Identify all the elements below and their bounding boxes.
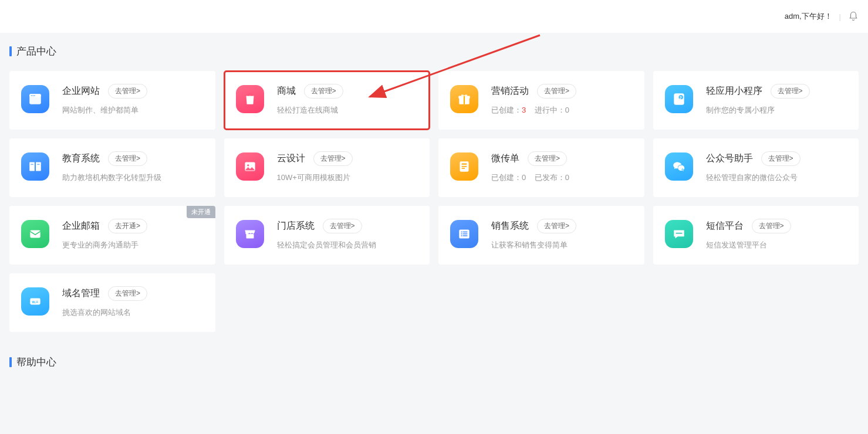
- svg-point-13: [247, 164, 249, 166]
- manage-button[interactable]: 去管理>: [108, 84, 147, 99]
- miniapp-icon: [665, 85, 693, 113]
- svg-text:w.=: w.=: [32, 300, 39, 304]
- top-bar: adm,下午好！ |: [0, 0, 868, 33]
- card-desc: 网站制作、维护都简单: [62, 105, 204, 116]
- chat-icon: [665, 220, 693, 248]
- card-title: 域名管理: [62, 287, 100, 300]
- svg-rect-23: [463, 232, 468, 233]
- greeting-text: adm,下午好！: [785, 11, 832, 22]
- card-site[interactable]: 企业网站 去管理> 网站制作、维护都简单: [9, 71, 215, 130]
- main-content: 产品中心 企业网站 去管理> 网站制作、维护都简单 商城: [0, 33, 868, 369]
- card-desc: 轻松搞定会员管理和会员营销: [277, 240, 418, 250]
- manage-button[interactable]: 去管理>: [528, 151, 567, 166]
- shopping-bag-icon: [236, 85, 264, 113]
- section-title-text: 产品中心: [16, 45, 56, 58]
- card-mail[interactable]: 未开通 企业邮箱 去开通> 更专业的商务沟通助手: [9, 206, 215, 265]
- card-desc: 轻松管理自家的微信公众号: [706, 172, 847, 183]
- card-title: 短信平台: [706, 220, 744, 232]
- card-desc: 已创建：3 进行中：0: [491, 105, 633, 116]
- svg-rect-27: [463, 235, 468, 236]
- svg-rect-7: [464, 96, 465, 104]
- svg-point-2: [31, 95, 32, 96]
- card-desc: 挑选喜欢的网站域名: [62, 307, 204, 318]
- manage-button[interactable]: 去管理>: [752, 219, 791, 233]
- card-desc: 10W+可商用模板图片: [277, 172, 418, 183]
- card-mall[interactable]: 商城 去管理> 轻松打造在线商城: [224, 71, 430, 130]
- card-desc: 更专业的商务沟通助手: [62, 240, 204, 250]
- svg-rect-16: [462, 166, 467, 167]
- manage-button[interactable]: 去管理>: [304, 84, 343, 99]
- card-title: 微传单: [491, 152, 519, 165]
- card-design[interactable]: 云设计 去管理> 10W+可商用模板图片: [224, 138, 430, 197]
- svg-rect-20: [246, 234, 254, 239]
- section-product-center: 产品中心: [9, 45, 859, 58]
- card-desc: 轻松打造在线商城: [277, 105, 418, 116]
- not-open-badge: 未开通: [187, 206, 215, 218]
- window-icon: [21, 85, 49, 113]
- card-desc: 短信发送管理平台: [706, 240, 847, 250]
- card-title: 营销活动: [491, 85, 529, 97]
- section-title-text: 帮助中心: [16, 355, 56, 369]
- card-title: 门店系统: [277, 220, 315, 232]
- card-title: 教育系统: [62, 152, 100, 165]
- card-miniapp[interactable]: 轻应用小程序 去管理> 制作您的专属小程序: [653, 71, 859, 130]
- list-icon: [450, 220, 478, 248]
- gift-icon: [450, 85, 478, 113]
- card-desc: 已创建：0 已发布：0: [491, 172, 633, 183]
- notification-bell-icon[interactable]: [848, 11, 859, 22]
- card-desc: 让获客和销售变得简单: [491, 240, 633, 250]
- image-icon: [236, 152, 264, 181]
- card-title: 云设计: [277, 152, 305, 165]
- manage-button[interactable]: 去管理>: [771, 84, 810, 99]
- card-domain[interactable]: w.= 域名管理 去管理> 挑选喜欢的网站域名: [9, 273, 215, 332]
- manage-button[interactable]: 去管理>: [108, 286, 147, 301]
- svg-rect-24: [461, 233, 462, 235]
- card-title: 销售系统: [491, 220, 529, 232]
- title-accent-bar: [9, 46, 12, 56]
- open-button[interactable]: 去开通>: [108, 219, 147, 233]
- card-desc: 制作您的专属小程序: [706, 105, 847, 116]
- svg-rect-25: [463, 233, 468, 235]
- manage-button[interactable]: 去管理>: [323, 219, 362, 233]
- card-sms[interactable]: 短信平台 去管理> 短信发送管理平台: [653, 206, 859, 265]
- manage-button[interactable]: 去管理>: [761, 151, 801, 166]
- manage-button[interactable]: 去管理>: [537, 219, 576, 233]
- svg-rect-10: [31, 164, 33, 165]
- manage-button[interactable]: 去管理>: [108, 151, 147, 166]
- title-accent-bar: [9, 357, 12, 367]
- card-store[interactable]: 门店系统 去管理> 轻松搞定会员管理和会员营销: [224, 206, 430, 265]
- svg-rect-8: [674, 93, 684, 105]
- section-help-center: 帮助中心: [9, 355, 859, 369]
- card-title: 商城: [277, 85, 296, 97]
- card-desc: 助力教培机构数字化转型升级: [62, 172, 204, 183]
- card-edu[interactable]: 教育系统 去管理> 助力教培机构数字化转型升级: [9, 138, 215, 197]
- manage-button[interactable]: 去管理>: [313, 151, 353, 166]
- svg-rect-26: [461, 235, 462, 236]
- svg-rect-11: [37, 164, 39, 165]
- card-sales[interactable]: 销售系统 去管理> 让获客和销售变得简单: [438, 206, 644, 265]
- card-title: 企业邮箱: [62, 220, 100, 232]
- svg-point-4: [34, 95, 35, 96]
- divider: |: [839, 12, 841, 21]
- card-marketing[interactable]: 营销活动 去管理> 已创建：3 进行中：0: [438, 71, 644, 130]
- svg-rect-22: [461, 232, 462, 233]
- wechat-icon: [665, 152, 693, 181]
- product-grid: 企业网站 去管理> 网站制作、维护都简单 商城 去管理> 轻松打造在线商城: [9, 71, 859, 332]
- mail-icon: [21, 220, 49, 248]
- flyer-icon: [450, 152, 478, 181]
- card-flyer[interactable]: 微传单 去管理> 已创建：0 已发布：0: [438, 138, 644, 197]
- domain-icon: w.=: [21, 287, 49, 316]
- card-title: 轻应用小程序: [706, 85, 762, 97]
- book-icon: [21, 152, 49, 181]
- card-mp[interactable]: 公众号助手 去管理> 轻松管理自家的微信公众号: [653, 138, 859, 197]
- svg-rect-28: [676, 233, 682, 234]
- card-title: 公众号助手: [706, 152, 753, 165]
- card-title: 企业网站: [62, 85, 100, 97]
- store-icon: [236, 220, 264, 248]
- svg-point-3: [32, 95, 33, 96]
- svg-rect-19: [30, 230, 40, 238]
- svg-rect-15: [462, 164, 467, 165]
- svg-rect-17: [462, 168, 465, 169]
- manage-button[interactable]: 去管理>: [537, 84, 576, 99]
